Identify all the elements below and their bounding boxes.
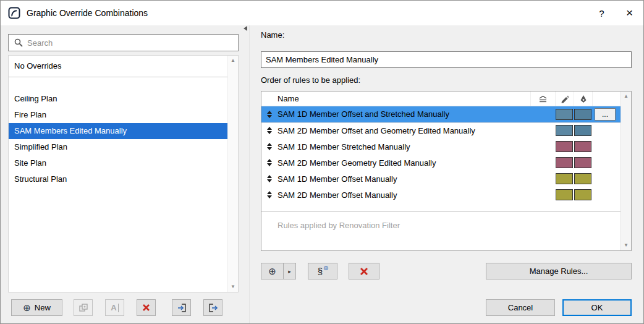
drag-handle-icon[interactable] [261, 159, 278, 166]
pen-color-swatch[interactable] [574, 173, 591, 184]
export-combinations-button[interactable] [203, 299, 222, 316]
delete-x-icon [360, 267, 368, 276]
plus-circle-icon: ⊕ [268, 266, 276, 276]
fill-color-swatch[interactable] [556, 109, 573, 120]
search-input[interactable] [27, 35, 238, 50]
new-rule-from-selection-button[interactable]: §⊕ [308, 263, 337, 279]
dropdown-arrow-icon[interactable]: ▸ [284, 268, 295, 275]
column-header-name: Name [278, 94, 530, 103]
cancel-button[interactable]: Cancel [486, 299, 555, 316]
rule-name: SAM 1D Member Offset Manually [278, 174, 530, 184]
rename-combination-button[interactable]: A [105, 299, 124, 316]
drag-handle-icon[interactable] [261, 191, 278, 198]
scroll-up-icon[interactable]: ▲ [231, 58, 235, 64]
fill-color-swatch[interactable] [556, 157, 573, 168]
graphic-override-combinations-dialog: Graphic Override Combinations ? × No Ove… [0, 0, 644, 324]
rule-row[interactable]: SAM 1D Member Stretched Manually [261, 139, 621, 155]
ok-button[interactable]: OK [562, 299, 632, 316]
fill-override-column-icon [555, 92, 574, 106]
list-item-sam-members-edited-manually[interactable]: SAM Members Edited Manually [9, 123, 227, 139]
list-item-simplified-plan[interactable]: Simplified Plan [9, 139, 227, 155]
list-item-fire-plan[interactable]: Fire Plan [9, 107, 227, 123]
remove-rule-button[interactable] [349, 263, 379, 279]
panel-splitter [249, 25, 250, 323]
rule-name: SAM 2D Member Offset and Geometry Edited… [278, 126, 530, 135]
delete-x-icon [142, 304, 150, 312]
rule-row[interactable]: SAM 1D Member Offset Manually [261, 171, 621, 187]
rule-row[interactable]: SAM 2D Member Offset Manually [261, 187, 621, 203]
scroll-down-icon[interactable]: ▼ [624, 242, 629, 249]
section-icon: § [318, 266, 323, 276]
plus-circle-icon: ⊕ [23, 303, 31, 312]
pen-color-swatch[interactable] [574, 189, 591, 200]
scroll-down-icon[interactable]: ▼ [231, 284, 235, 290]
combinations-toolbar: ⊕ New A [11, 299, 222, 316]
rules-toolbar: ⊕ ▸ §⊕ [261, 263, 379, 279]
fill-color-swatch[interactable] [556, 189, 573, 200]
rules-scrollbar[interactable]: ▲ ▼ [621, 92, 631, 250]
archicad-logo-icon [8, 7, 20, 19]
pen-color-swatch[interactable] [574, 157, 591, 168]
collapse-left-panel-icon[interactable] [244, 26, 247, 31]
fill-color-swatch[interactable] [556, 125, 573, 136]
plus-icon: ⊕ [323, 265, 328, 271]
drag-handle-icon[interactable] [261, 127, 278, 134]
manage-rules-button[interactable]: Manage Rules... [486, 263, 632, 279]
fill-color-swatch[interactable] [556, 141, 573, 152]
rule-name: SAM 1D Member Offset and Stretched Manua… [278, 109, 530, 119]
drag-handle-icon[interactable] [261, 175, 278, 182]
close-icon[interactable]: × [616, 1, 643, 25]
pen-color-swatch[interactable] [574, 141, 591, 152]
name-input[interactable] [261, 51, 632, 68]
list-divider [9, 77, 227, 77]
rule-row[interactable]: SAM 2D Member Geometry Edited Manually [261, 155, 621, 171]
scroll-up-icon[interactable]: ▲ [624, 93, 629, 100]
list-item-ceiling-plan[interactable]: Ceiling Plan [9, 91, 227, 107]
import-icon [177, 303, 187, 313]
surface-override-column-icon [530, 92, 555, 106]
renovation-filter-note: Rules applied by Renovation Filter [261, 211, 621, 250]
fill-color-swatch[interactable] [556, 173, 573, 184]
new-combination-button[interactable]: ⊕ New [11, 299, 62, 316]
rules-table-header: Name [261, 92, 621, 106]
pen-color-swatch[interactable] [574, 125, 591, 136]
export-icon [208, 303, 218, 313]
window-title: Graphic Override Combinations [27, 8, 148, 18]
add-rule-button[interactable]: ⊕ ▸ [261, 263, 296, 279]
rule-row[interactable]: SAM 1D Member Offset and Stretched Manua… [261, 106, 621, 122]
delete-combination-button[interactable] [137, 299, 156, 316]
list-item-no-overrides[interactable]: No Overrides [9, 58, 227, 74]
rename-icon: A [111, 303, 116, 312]
list-item-site-plan[interactable]: Site Plan [9, 155, 227, 171]
combinations-list: No Overrides Ceiling Plan Fire Plan SAM … [8, 55, 239, 292]
order-of-rules-label: Order of rules to be applied: [261, 75, 360, 85]
rule-name: SAM 2D Member Geometry Edited Manually [278, 158, 530, 168]
drag-handle-icon[interactable] [261, 111, 278, 118]
rule-more-button[interactable]: ... [595, 108, 616, 121]
help-button[interactable]: ? [588, 1, 616, 25]
rule-name: SAM 1D Member Stretched Manually [278, 142, 530, 151]
rules-table: Name SAM 1D Member Offset and Stretched … [261, 91, 632, 251]
duplicate-combination-button[interactable] [74, 299, 93, 316]
drag-handle-icon[interactable] [261, 143, 278, 150]
list-scrollbar[interactable]: ▲ ▼ [227, 56, 238, 292]
pen-color-swatch[interactable] [574, 109, 591, 120]
new-button-label: New [35, 303, 51, 312]
search-icon [14, 38, 23, 47]
pen-override-column-icon [574, 92, 592, 106]
list-item-structural-plan[interactable]: Structural Plan [9, 171, 227, 187]
duplicate-icon [78, 303, 88, 313]
name-label: Name: [261, 30, 284, 40]
import-combinations-button[interactable] [172, 299, 191, 316]
search-box[interactable] [8, 34, 239, 51]
title-bar: Graphic Override Combinations ? × [1, 1, 643, 25]
rule-name: SAM 2D Member Offset Manually [278, 190, 530, 200]
rule-row[interactable]: SAM 2D Member Offset and Geometry Edited… [261, 122, 621, 139]
